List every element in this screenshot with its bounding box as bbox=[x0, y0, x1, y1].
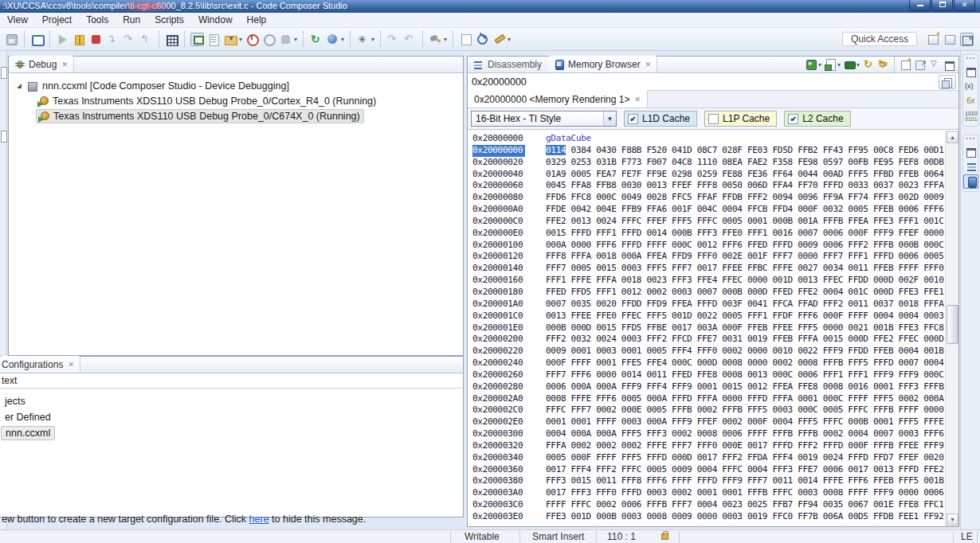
config-tree-item[interactable]: nnn.ccxml bbox=[0, 425, 463, 441]
memory-values[interactable]: 0006 000A 000A FFF9 FFF4 FFF9 0001 0015 … bbox=[546, 381, 943, 392]
memory-values[interactable]: FFF8 FFFA 0018 000A FFEA FFD9 FFF0 002E … bbox=[546, 251, 943, 261]
memory-row[interactable]: 0x20000120FFF8 FFFA 0018 000A FFEA FFD9 … bbox=[472, 251, 945, 263]
drag-handle[interactable] bbox=[966, 57, 974, 61]
memory-values[interactable]: FFF7 FFF6 0000 0014 0011 FFED FFE8 0008 … bbox=[546, 369, 943, 380]
memory-address[interactable]: 0x200002E0 bbox=[472, 416, 525, 428]
memory-row[interactable]: 0x200001A00007 0035 0020 FFDD FFD9 FFEA … bbox=[472, 299, 945, 311]
refresh-target-icon[interactable] bbox=[309, 33, 323, 46]
dropdown-arrow-icon[interactable]: ▾ bbox=[341, 36, 344, 43]
memory-values[interactable]: 0004 000A 000A FFF5 FFF3 0002 0008 0006 … bbox=[546, 428, 943, 439]
dropdown-arrow-icon[interactable]: ▾ bbox=[818, 61, 821, 68]
memory-values[interactable]: FFF1 FFFE FFFA 0018 0023 FFF3 FFE4 FFEC … bbox=[546, 275, 943, 285]
step-fwd-icon[interactable] bbox=[386, 33, 400, 46]
hide-message-link[interactable]: here bbox=[249, 514, 269, 525]
memory-values[interactable]: 0015 FFFD FFF1 FFFD 0014 000B FFF3 FFE0 … bbox=[546, 228, 943, 238]
memory-row[interactable]: 0x200001E0000B 000D 0015 FFD5 FFBE 0017 … bbox=[472, 322, 945, 334]
memory-row[interactable]: 0x200003000004 000A 000A FFF5 FFF3 0002 … bbox=[472, 428, 945, 440]
memory-values[interactable]: 000B 000D 0015 FFD5 FFBE 0017 003A 000F … bbox=[546, 322, 943, 333]
memory-row[interactable]: 0x20000320FFFA 0002 0002 0002 FFFE FFF7 … bbox=[472, 440, 945, 452]
memory-row[interactable]: 0x20000100000A 0000 FFF6 FFFD FFFF 000C … bbox=[472, 240, 945, 252]
dropdown-arrow-icon[interactable]: ▾ bbox=[239, 36, 242, 43]
refresh-icon[interactable] bbox=[862, 58, 875, 71]
memory-values[interactable]: 0009 0001 0003 0001 0005 FFF4 FFF0 0002 … bbox=[546, 346, 943, 356]
memory-address[interactable]: 0x20000240 bbox=[472, 357, 525, 369]
cache-checkbox-l1p-cache[interactable]: L1P Cache bbox=[704, 111, 777, 127]
step-into-icon[interactable] bbox=[106, 33, 120, 46]
config-tree-item[interactable]: er Defined bbox=[0, 409, 463, 425]
new-rendering-icon[interactable] bbox=[900, 58, 912, 71]
memory-values[interactable]: 01A9 0005 FEA7 FE7F FF9E 0298 0259 FE88 … bbox=[546, 169, 943, 179]
close-icon[interactable]: ✕ bbox=[61, 61, 68, 68]
memory-row[interactable]: 0x200003E0FFE3 001D 000B 0003 0008 0009 … bbox=[472, 511, 945, 523]
memory-values[interactable]: 0017 FFF3 FFF0 FFFD 0003 0002 0001 0001 … bbox=[546, 487, 943, 498]
memory-address[interactable]: 0x200002C0 bbox=[472, 404, 525, 416]
memory-row[interactable]: 0x200001C00013 FFEE FFE0 FFEC FFF5 001D … bbox=[472, 311, 945, 322]
memory-values[interactable]: 000A 0000 FFF6 FFFD FFFF 000C 0012 FFF6 … bbox=[546, 240, 943, 250]
memory-scrollbar[interactable]: ▲ ▼ bbox=[945, 131, 958, 526]
memory-address[interactable]: 0x20000100 bbox=[472, 240, 525, 252]
dropdown-arrow-icon[interactable]: ▾ bbox=[444, 36, 447, 43]
tab-target-configurations[interactable]: Configurations ✕ bbox=[0, 356, 80, 373]
tree-expanded-icon[interactable] bbox=[17, 84, 22, 88]
debug-tree-item[interactable]: Texas Instruments XDS110 USB Debug Probe… bbox=[10, 93, 463, 108]
memory-row[interactable]: 0x200002200009 0001 0003 0001 0005 FFF4 … bbox=[472, 346, 945, 357]
memory-address[interactable]: 0x200001E0 bbox=[472, 322, 525, 334]
memory-address[interactable]: 0x200003E0 bbox=[472, 511, 525, 523]
memory-address[interactable]: 0x20000060 bbox=[472, 180, 525, 192]
memory-address[interactable]: 0x20000200 bbox=[472, 334, 525, 346]
memory-row[interactable]: 0x2000004001A9 0005 FEA7 FE7F FF9E 0298 … bbox=[472, 169, 945, 181]
memory-row[interactable]: 0x20000080FFD6 FFC8 000C 0049 0028 FFC5 … bbox=[472, 192, 945, 204]
memory-row[interactable]: 0x200000C0FFE2 0013 0024 FFFC FFEF FFF5 … bbox=[472, 216, 945, 228]
restore-pane-icon[interactable] bbox=[963, 64, 978, 78]
close-icon[interactable]: ✕ bbox=[645, 61, 652, 68]
memory-row[interactable]: 0x20000180FFED FFD5 FFF1 0012 0002 0003 … bbox=[472, 287, 945, 299]
dropdown-arrow-icon[interactable]: ▾ bbox=[857, 61, 860, 68]
restore-pane-icon[interactable] bbox=[963, 144, 978, 158]
memory-values[interactable]: 0114 0384 0430 F88B F520 041D 08C7 028F … bbox=[546, 145, 944, 155]
memory-values[interactable]: FFED FFD5 FFF1 0012 0002 0003 0007 000B … bbox=[546, 287, 943, 297]
resume-icon[interactable] bbox=[56, 33, 69, 46]
console-icon[interactable] bbox=[30, 33, 44, 46]
save-icon[interactable] bbox=[5, 33, 18, 46]
memory-row[interactable]: 0x200003A00017 FFF3 FFF0 FFFD 0003 0002 … bbox=[472, 487, 945, 499]
source-lookup-icon[interactable] bbox=[207, 33, 221, 46]
memory-address[interactable]: 0x20000040 bbox=[472, 169, 525, 181]
tree-item-content[interactable]: Texas Instruments XDS110 USB Debug Probe… bbox=[36, 109, 364, 123]
tab-memory-browser[interactable]: Memory Browser ✕ bbox=[548, 56, 657, 72]
minimized-view-icon[interactable] bbox=[1, 67, 7, 79]
debug-tree-item[interactable]: nnn.ccxml [Code Composer Studio - Device… bbox=[10, 78, 463, 93]
memory-address[interactable]: 0x200001C0 bbox=[472, 311, 525, 322]
menu-item-help[interactable]: Help bbox=[240, 13, 274, 27]
memory-values[interactable]: 0001 0001 FFFF 0003 000A FFF9 FFEF 0002 … bbox=[546, 416, 943, 427]
memory-address[interactable]: 0x20000300 bbox=[472, 428, 525, 440]
quick-access-box[interactable]: Quick Access bbox=[842, 32, 917, 46]
cache-checkbox-l1d-cache[interactable]: ✔L1D Cache bbox=[624, 111, 697, 127]
memory-address[interactable]: 0x20000280 bbox=[472, 381, 525, 393]
view-menu-icon[interactable] bbox=[928, 58, 941, 71]
checkbox-icon[interactable]: ✔ bbox=[628, 114, 638, 124]
memory-address[interactable]: 0x20000080 bbox=[472, 192, 525, 204]
fill-memory-icon[interactable] bbox=[843, 58, 856, 71]
cache-checkbox-l2-cache[interactable]: ✔L2 Cache bbox=[784, 111, 850, 127]
memory-row[interactable]: 0x20000380FFF3 0015 0011 FFF8 FFF6 FFFF … bbox=[472, 475, 945, 487]
save-memory-icon[interactable] bbox=[824, 58, 837, 71]
tab-disassembly[interactable]: Disassembly bbox=[468, 56, 548, 72]
search-icon[interactable] bbox=[476, 33, 489, 46]
menu-item-run[interactable]: Run bbox=[116, 13, 147, 27]
refresh-auto-icon[interactable] bbox=[876, 58, 889, 71]
config-filter-input[interactable]: text bbox=[0, 373, 463, 389]
memory-address[interactable]: 0x200000C0 bbox=[472, 216, 525, 228]
memory-address-input[interactable] bbox=[468, 74, 939, 90]
memory-address[interactable]: 0x20000140 bbox=[472, 263, 525, 275]
memory-values[interactable]: 0008 FFFE FFF6 0005 000A FFFD FFFA 0000 … bbox=[546, 393, 943, 404]
debug-config-icon[interactable] bbox=[356, 33, 370, 46]
memory-values[interactable]: FFE3 001D 000B 0003 0008 0009 0000 0003 … bbox=[546, 511, 943, 522]
memory-row[interactable]: 0x20000240000F FFFF 0001 FFE5 FFE4 000C … bbox=[472, 357, 945, 369]
memory-values[interactable]: FFFA 0002 0002 0002 FFFE FFF7 FFF0 000E … bbox=[546, 440, 943, 451]
memory-address[interactable]: 0x200002A0 bbox=[472, 393, 525, 405]
menu-item-project[interactable]: Project bbox=[35, 13, 79, 27]
memory-address[interactable]: 0x200003A0 bbox=[472, 487, 525, 499]
connect-target-icon[interactable] bbox=[190, 33, 204, 46]
scroll-down-icon[interactable]: ▼ bbox=[947, 514, 958, 525]
open-perspective-icon[interactable] bbox=[927, 33, 940, 46]
